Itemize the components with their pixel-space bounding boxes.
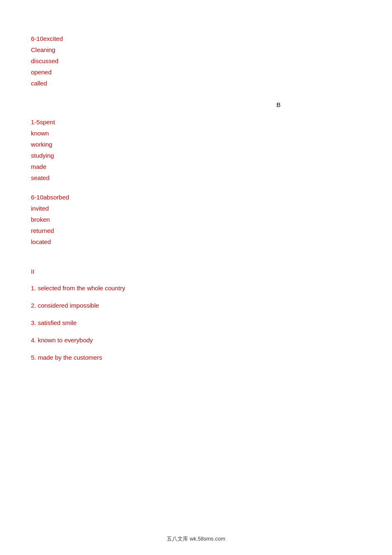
section-b-group2: 6-10absorbed invited broken returned loc… (31, 192, 361, 247)
item-opened: opened (31, 66, 361, 78)
item-invited: invited (31, 203, 361, 214)
footer: 五八文库 wk.58sms.com (0, 535, 392, 543)
item-1-5spent: 1-5spent (31, 116, 361, 128)
section-b-label: B (31, 101, 361, 108)
item-discussed: discussed (31, 55, 361, 66)
section-a: 6-10excited Cleaning discussed opened ca… (31, 33, 361, 89)
section-ii-item-5: 5. made by the customers (31, 353, 361, 363)
item-6-10excited: 6-10excited (31, 33, 361, 44)
section-ii-item-3: 3. satisfied smile (31, 318, 361, 328)
item-cleaning: Cleaning (31, 44, 361, 55)
item-called: called (31, 78, 361, 89)
section-ii-item-2: 2. considered impossible (31, 301, 361, 311)
item-located: located (31, 236, 361, 247)
item-6-10absorbed: 6-10absorbed (31, 192, 361, 203)
section-ii-label: II (31, 268, 361, 275)
section-ii: II 1. selected from the whole country 2.… (31, 268, 361, 363)
item-seated: seated (31, 172, 361, 183)
item-returned: returned (31, 225, 361, 236)
section-ii-item-4: 4. known to everybody (31, 335, 361, 345)
item-studying: studying (31, 150, 361, 161)
section-b-group1: 1-5spent known working studying made sea… (31, 116, 361, 183)
item-made: made (31, 161, 361, 172)
item-known: known (31, 128, 361, 139)
section-ii-item-1: 1. selected from the whole country (31, 283, 361, 293)
item-working: working (31, 139, 361, 150)
section-b: 1-5spent known working studying made sea… (31, 116, 361, 247)
item-broken: broken (31, 214, 361, 225)
